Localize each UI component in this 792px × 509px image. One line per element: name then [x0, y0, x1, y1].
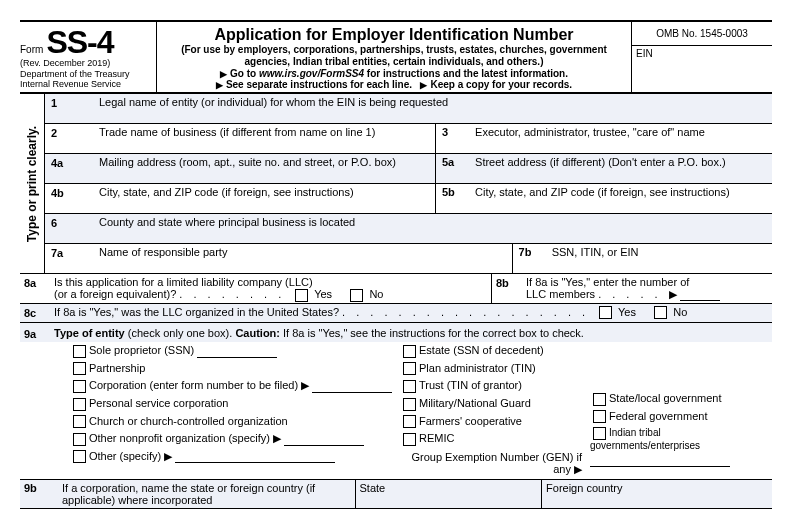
line-7: 7a Name of responsible party 7b SSN, ITI…: [45, 244, 772, 274]
ein-box-label: EIN: [632, 46, 772, 92]
opt-state-local: State/local government: [609, 392, 722, 404]
checkbox-state-local[interactable]: [593, 393, 606, 406]
opt-estate: Estate (SSN of decedent): [419, 344, 544, 356]
line-9b-text1: If a corporation, name the state or fore…: [62, 482, 315, 494]
line-5b: 5b City, state, and ZIP code (if foreign…: [436, 184, 772, 213]
line-8c-num: 8c: [20, 304, 54, 323]
sidebar-text: Type or print clearly.: [25, 125, 39, 241]
line-7b-num: 7b: [513, 246, 549, 258]
opt-church: Church or church-controlled organization: [89, 415, 288, 427]
opt-farmers: Farmers' cooperative: [419, 415, 522, 427]
checkbox-8c-no[interactable]: [654, 306, 667, 319]
line-9b-state-label: State: [355, 480, 542, 508]
line-8b-num: 8b: [492, 274, 526, 303]
input-8b[interactable]: [680, 289, 720, 301]
checkbox-trust[interactable]: [403, 380, 416, 393]
line-9a-head2: (check only one box).: [125, 327, 236, 339]
goto-url: www.irs.gov/FormSS4: [259, 68, 364, 79]
see-text: See separate instructions for each line.: [226, 79, 412, 90]
checkbox-sole-prop[interactable]: [73, 345, 86, 358]
line-4b-num: 4b: [45, 184, 99, 213]
input-corp-form[interactable]: [312, 381, 392, 393]
header-left: Form SS-4 (Rev. December 2019) Departmen…: [20, 22, 157, 92]
checkbox-8a-no[interactable]: [350, 289, 363, 302]
goto-post: for instructions and the latest informat…: [364, 68, 568, 79]
line-9b-foreign-label: Foreign country: [541, 480, 772, 508]
opt-plan-admin: Plan administrator (TIN): [419, 362, 536, 374]
line-2-3: 2 Trade name of business (if different f…: [45, 124, 772, 154]
dept-line1: Department of the Treasury: [20, 69, 130, 79]
header-center: Application for Employer Identification …: [157, 22, 631, 92]
no-label: No: [369, 288, 383, 300]
omb-number: OMB No. 1545-0003: [632, 22, 772, 46]
input-other[interactable]: [175, 451, 335, 463]
opt-remic: REMIC: [419, 432, 454, 444]
checkbox-8a-yes[interactable]: [295, 289, 308, 302]
checkbox-military[interactable]: [403, 398, 416, 411]
lines-1-7: 1 Legal name of entity (or individual) f…: [45, 94, 772, 274]
checkbox-federal[interactable]: [593, 410, 606, 423]
line-3-label: Executor, administrator, trustee, "care …: [475, 126, 705, 138]
revision-date: (Rev. December 2019): [20, 58, 150, 68]
yes-label: Yes: [618, 306, 636, 318]
dots: . . . . .: [598, 288, 669, 300]
form-subtitle: (For use by employers, corporations, par…: [163, 44, 625, 68]
line-9b-text2: applicable) where incorporated: [62, 494, 212, 506]
checkbox-tribal[interactable]: [593, 427, 606, 440]
arrow-icon: ▶: [273, 432, 281, 444]
input-ssn[interactable]: [197, 346, 277, 358]
line-9a-head1: Type of entity: [54, 327, 125, 339]
line-8b-text1: If 8a is "Yes," enter the number of: [526, 276, 689, 288]
opt-corporation: Corporation (enter form number to be fil…: [89, 379, 298, 391]
department: Department of the Treasury Internal Reve…: [20, 70, 150, 90]
form-number: SS-4: [46, 24, 113, 60]
form-body: Type or print clearly. 1 Legal name of e…: [20, 94, 772, 274]
line-6-label: County and state where principal busines…: [99, 214, 359, 243]
opt-psc: Personal service corporation: [89, 397, 228, 409]
line-5a-num: 5a: [436, 156, 472, 168]
opt-military: Military/National Guard: [419, 397, 531, 409]
line-7a-label: Name of responsible party: [99, 244, 513, 273]
entity-col-2: Estate (SSN of decedent) Plan administra…: [400, 343, 590, 478]
line-8c: 8c If 8a is "Yes," was the LLC organized…: [20, 304, 772, 324]
checkbox-other[interactable]: [73, 450, 86, 463]
line-8a-text2: (or a foreign equivalent)?: [54, 288, 176, 300]
dots: . . . . . . . . . . . . . . . . . .: [342, 306, 596, 318]
no-label: No: [673, 306, 687, 318]
checkbox-corporation[interactable]: [73, 380, 86, 393]
line-6: 6 County and state where principal busin…: [45, 214, 772, 244]
checkbox-farmers[interactable]: [403, 415, 416, 428]
arrow-icon: ▶: [574, 463, 582, 475]
checkbox-partnership[interactable]: [73, 362, 86, 375]
line-5a: 5a Street address (if different) (Don't …: [436, 154, 772, 183]
checkbox-nonprofit[interactable]: [73, 433, 86, 446]
header-right: OMB No. 1545-0003 EIN: [631, 22, 772, 92]
line-7a-num: 7a: [45, 244, 99, 273]
input-nonprofit[interactable]: [284, 434, 364, 446]
line-4b-5b: 4b City, state, and ZIP code (if foreign…: [45, 184, 772, 214]
goto-pre: Go to: [230, 68, 259, 79]
arrow-icon: ▶: [164, 450, 172, 462]
gen-label: Group Exemption Number (GEN) if any: [411, 451, 582, 475]
line-8c-text: If 8a is "Yes," was the LLC organized in…: [54, 306, 339, 318]
checkbox-8c-yes[interactable]: [599, 306, 612, 319]
arrow-icon: ▶: [669, 288, 677, 300]
sidebar: Type or print clearly.: [20, 94, 45, 274]
checkbox-estate[interactable]: [403, 345, 416, 358]
entity-col-3: State/local government Federal governmen…: [590, 343, 772, 478]
line-8a-num: 8a: [20, 274, 54, 303]
checkbox-church[interactable]: [73, 415, 86, 428]
dept-line2: Internal Revenue Service: [20, 79, 121, 89]
line-6-num: 6: [45, 214, 99, 243]
line-5b-num: 5b: [436, 186, 472, 198]
see-line: See separate instructions for each line.…: [163, 79, 625, 90]
checkbox-plan-admin[interactable]: [403, 362, 416, 375]
checkbox-psc[interactable]: [73, 398, 86, 411]
goto-line: Go to www.irs.gov/FormSS4 for instructio…: [163, 68, 625, 79]
opt-other: Other (specify): [89, 450, 161, 462]
checkbox-remic[interactable]: [403, 433, 416, 446]
input-gen[interactable]: [590, 455, 730, 467]
dots: . . . . . . . .: [179, 288, 292, 300]
line-5a-label: Street address (if different) (Don't ent…: [475, 156, 726, 168]
line-2-label: Trade name of business (if different fro…: [99, 124, 436, 153]
